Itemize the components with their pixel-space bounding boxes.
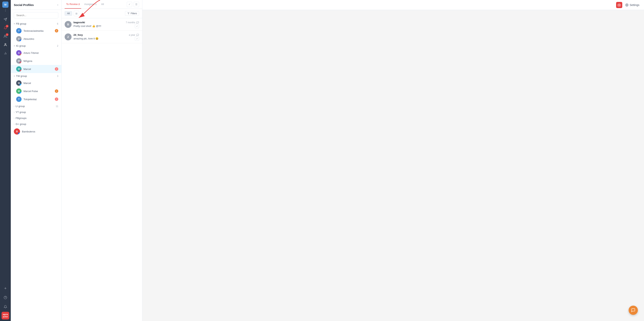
comment-text-2: amazing pic, love it 😀 (74, 37, 139, 40)
camera-button[interactable] (616, 2, 622, 8)
chevron-down-icon: ▾ (14, 23, 15, 25)
nav-profiles[interactable] (2, 41, 9, 49)
approve-button-2[interactable]: ✓ (135, 36, 139, 41)
group-ig-label: IG group (16, 44, 57, 47)
group-yt[interactable]: › YT group (11, 109, 61, 115)
nav-add[interactable] (2, 285, 9, 292)
nav-help[interactable] (2, 294, 9, 302)
tab-actions: ✓ ☰ (127, 2, 139, 7)
sidebar-collapse-button[interactable]: ‹ (57, 3, 58, 6)
group-ig-count: 2 (57, 45, 58, 47)
grid-view-button[interactable]: ⊞ (74, 11, 79, 16)
chat-icon (136, 34, 139, 36)
group-fb-count: 6 (57, 22, 58, 25)
comments-panel: To Review 2 Assigned 1 All ✓ ☰ All ⊞ (62, 0, 142, 321)
nav-analytics[interactable] (2, 49, 9, 57)
chevron-right-icon: › (14, 105, 14, 107)
filter-all-button[interactable]: All (65, 11, 72, 16)
avatar-marcel-pulse: M t (16, 88, 22, 94)
comment-body-2: 24_foxy a year amazing pic, love it 😀 (74, 33, 139, 40)
svg-point-16 (626, 4, 627, 5)
comment-bagosviki[interactable]: B bagosviki 7 months Pretty cool shot! 👍… (62, 18, 142, 31)
tabs-bar: To Review 2 Assigned 1 All ✓ ☰ (62, 0, 142, 9)
profile-arturo[interactable]: A 📸 Arturo Trbmst (11, 49, 61, 57)
svg-point-2 (4, 35, 6, 36)
user-avatar[interactable]: M (2, 1, 8, 8)
profile-bambuleros[interactable]: B f Bambuleros (11, 127, 61, 136)
group-gplus[interactable]: › G+ group (11, 121, 61, 127)
nav-dots[interactable]: ⋮ (4, 8, 7, 12)
profile-marcel-tw[interactable]: M t Marcel (11, 79, 61, 87)
camera-icon (618, 3, 621, 6)
nav-bell[interactable] (2, 303, 9, 311)
group-li-label: LI group (16, 105, 56, 108)
profile-name-totojetestaz: Totojetestaz (24, 98, 55, 101)
check-all-button[interactable]: ✓ (127, 2, 132, 7)
empty-area (142, 10, 644, 321)
profile-name-magora: MAgora (24, 60, 58, 62)
comment-time-2: a year (129, 34, 135, 36)
avatar-bambuleros: B f (14, 128, 20, 135)
avatar-arturo: A 📸 (16, 50, 22, 55)
nav-notifications[interactable]: 1 (2, 24, 9, 32)
profile-marcel-pulse[interactable]: M t Marcel Pulse 1 (11, 87, 61, 95)
filters-label: Filters (130, 12, 137, 15)
profile-name-bambuleros: Bambuleros (22, 130, 58, 133)
profile-absurdno[interactable]: A f Absurdno (11, 35, 61, 43)
main-content: Settings (142, 0, 644, 321)
group-li-count: 11 (56, 105, 58, 108)
comment-time-1: 7 months (126, 21, 135, 24)
avatar-marcel-ig: M 📸 (16, 66, 22, 72)
comment-meta-1: 7 months (126, 21, 139, 24)
chat-fab-button[interactable] (628, 306, 638, 315)
sidebar-title: Social Profiles (14, 3, 34, 6)
tab-assigned-label: Assigned (84, 3, 94, 5)
tab-assigned[interactable]: Assigned 1 (83, 0, 98, 9)
settings-icon (625, 3, 628, 6)
comments-list: B bagosviki 7 months Pretty cool shot! 👍… (62, 18, 142, 321)
group-yt-label: YT group (16, 111, 58, 114)
profile-name-absurdno: Absurdno (24, 37, 58, 40)
search-input[interactable] (14, 12, 58, 18)
approve-button-1[interactable]: ✓ (135, 24, 139, 28)
top-bar: Settings (142, 0, 644, 10)
chevron-right-icon: › (14, 117, 14, 119)
profile-magora[interactable]: M 📸 MAgora (11, 57, 61, 65)
profile-marcel-ig[interactable]: M 📸 Marcel 2 (11, 65, 61, 73)
nav-audience[interactable]: 1 (2, 32, 9, 40)
comment-24foxy[interactable]: 2 24_foxy a year amazing pic, love it 😀 … (62, 31, 142, 43)
settings-button[interactable]: Settings (625, 3, 640, 6)
profile-badge-marcel-pulse: 1 (55, 89, 58, 93)
filter-bar: All ⊞ Filters (62, 9, 142, 18)
chevron-right-icon: › (14, 123, 14, 125)
group-li[interactable]: › LI group 11 (11, 103, 61, 109)
nav-send[interactable] (2, 15, 9, 23)
tab-assigned-count: 1 (96, 3, 96, 5)
avatar-totojetestaz: T t (16, 96, 22, 102)
group-tw-label: TW group (16, 75, 57, 77)
tab-all-label: All (101, 3, 104, 5)
settings-label: Settings (630, 3, 640, 6)
comment-header-2: 2 24_foxy a year amazing pic, love it 😀 (65, 33, 139, 40)
group-ig[interactable]: ▾ IG group 2 (11, 43, 61, 49)
group-fbgroups[interactable]: › FBgroups (11, 115, 61, 121)
chevron-right-icon: › (14, 111, 14, 113)
profile-badge-totojetestaz: 2 (55, 97, 58, 101)
profile-name-marcel-tw: Marcel (24, 82, 58, 85)
profile-totojetestaz[interactable]: T t Totojetestaz 2 (11, 95, 61, 103)
group-fb[interactable]: ▾ FB group 6 (11, 21, 61, 27)
list-view-button[interactable]: ☰ (134, 2, 139, 7)
avatar-24foxy: 2 (65, 33, 72, 40)
tab-to-review-label: To Review (66, 3, 78, 5)
avatar-bagosviki: B (65, 21, 72, 28)
svg-point-3 (5, 43, 6, 45)
sidebar: Social Profiles ‹ ▾ FB group 6 T f Testo… (11, 0, 62, 321)
agora-logo: agorapulse (2, 312, 9, 320)
profile-name-marcel-ig: Marcel (24, 68, 55, 70)
filters-button[interactable]: Filters (125, 11, 139, 16)
tab-all[interactable]: All (100, 0, 106, 9)
avatar-absurdno: A f (16, 36, 22, 41)
profile-testovaciastranka[interactable]: T f Testovaciastranka 6 (11, 27, 61, 35)
group-tw[interactable]: ▾ TW group 3 (11, 73, 61, 79)
tab-to-review[interactable]: To Review 2 (65, 0, 81, 9)
